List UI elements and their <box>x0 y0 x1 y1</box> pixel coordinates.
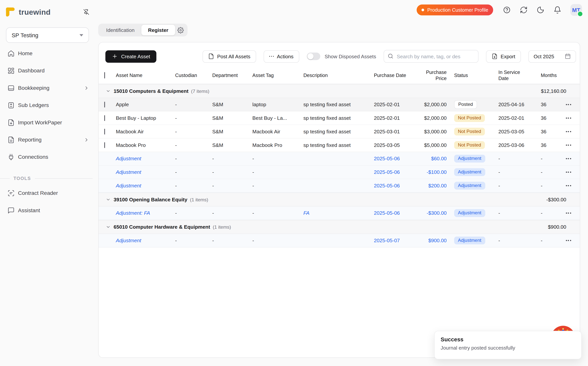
caret-down-icon <box>80 34 83 36</box>
select-all-checkbox[interactable] <box>104 72 105 78</box>
row-menu-button[interactable] <box>564 210 572 216</box>
purchase-price-cell: $2,000.00 <box>406 102 447 107</box>
status-cell: Adjustment <box>447 168 489 176</box>
row-checkbox[interactable] <box>104 115 105 121</box>
sidebar-item-label: Connections <box>18 154 48 160</box>
dashboard-icon <box>7 67 15 74</box>
column-header-asset-tag[interactable]: Asset Tag <box>249 72 300 78</box>
group-row[interactable]: 39100 Opening Balance Equity(1 items)-$3… <box>99 192 580 206</box>
row-menu-button[interactable] <box>564 183 572 188</box>
column-header-custodian[interactable]: Custodian <box>173 72 209 78</box>
actions-button[interactable]: Actions <box>264 50 299 62</box>
asset-row[interactable]: Best Buy - Laptop-S&MBest Buy - La...sp … <box>99 112 580 125</box>
post-all-assets-label: Post All Assets <box>217 53 250 59</box>
row-menu-button[interactable] <box>564 102 572 107</box>
post-all-assets-button[interactable]: Post All Assets <box>202 50 256 62</box>
asset-row[interactable]: Macbook Pro-S&MMacbook Prosp testing fix… <box>99 138 580 152</box>
asset-row[interactable]: Apple-S&Mlaptopsp testing fixed asset202… <box>99 98 580 112</box>
tab-identification[interactable]: Identification <box>99 25 141 35</box>
row-menu-button[interactable] <box>564 115 572 121</box>
adjustment-row[interactable]: Adjustment---2025-05-06-$100.00Adjustmen… <box>99 166 580 179</box>
asset-tag-cell: - <box>249 156 300 161</box>
sidebar-item-assistant[interactable]: Assistant <box>0 202 95 219</box>
purchase-date-cell: 2025-05-06 <box>369 169 406 175</box>
adjustment-row[interactable]: Adjustment---2025-05-07$900.00Adjustment… <box>99 234 580 248</box>
row-menu-button[interactable] <box>564 129 572 134</box>
adjustment-row[interactable]: Adjustment: FA---FA2025-05-06-$300.00Adj… <box>99 206 580 220</box>
in-service-date-cell: - <box>489 210 531 216</box>
column-header-purchase-date[interactable]: Purchase Date <box>369 72 406 78</box>
row-checkbox[interactable] <box>104 142 105 148</box>
sidebar-item-label: Sub Ledgers <box>18 102 49 108</box>
group-name: 15010 Computers & Equipment <box>114 88 189 94</box>
column-header-description[interactable]: Description <box>300 72 369 78</box>
asset-search <box>384 50 478 63</box>
production-profile-badge[interactable]: Production Customer Profile <box>417 5 493 15</box>
sidebar-item-connections[interactable]: Connections <box>0 148 95 165</box>
sidebar-item-reporting[interactable]: Reporting <box>0 131 95 148</box>
row-checkbox[interactable] <box>104 129 105 134</box>
department-cell: S&M <box>209 115 249 121</box>
in-service-date-cell: 2025-03-06 <box>489 142 531 148</box>
dark-mode-button[interactable] <box>537 6 544 14</box>
actions-label: Actions <box>277 53 294 59</box>
sidebar-item-sub-ledgers[interactable]: Sub Ledgers <box>0 97 95 114</box>
adjustment-row[interactable]: Adjustment---2025-05-06$200.00Adjustment… <box>99 179 580 193</box>
row-menu-button[interactable] <box>564 142 572 148</box>
column-header-department[interactable]: Department <box>209 72 249 78</box>
user-avatar[interactable]: MT <box>570 4 582 16</box>
group-row[interactable]: 65010 Computer Hardware & Equipment(1 it… <box>99 220 580 234</box>
workspace-selector[interactable]: SP Testing <box>6 27 89 43</box>
asset-name-cell: Adjustment <box>114 238 173 243</box>
sidebar-item-dashboard[interactable]: Dashboard <box>0 62 95 79</box>
purchase-date-cell: 2025-02-01 <box>369 102 406 107</box>
description-cell: FA <box>300 210 369 216</box>
notifications-button[interactable] <box>553 6 561 14</box>
asset-tag-cell: - <box>249 210 300 216</box>
create-asset-button[interactable]: Create Asset <box>105 50 156 62</box>
status-badge: Adjustment <box>454 209 485 217</box>
sidebar-item-import-workpaper[interactable]: Import WorkPaper <box>0 114 95 131</box>
help-circle-icon <box>503 6 511 14</box>
purchase-date-cell: 2025-02-01 <box>369 115 406 121</box>
column-header-months[interactable]: Months <box>531 72 557 78</box>
status-badge: Adjustment <box>454 237 485 244</box>
status-dot-icon <box>422 9 424 11</box>
period-selector-button[interactable]: Oct 2025 <box>529 50 576 62</box>
help-button[interactable] <box>503 6 511 14</box>
tab-settings-button[interactable] <box>175 25 186 35</box>
sidebar-item-label: Bookkeeping <box>18 85 49 91</box>
show-disposed-toggle[interactable] <box>307 53 320 60</box>
column-header-status[interactable]: Status <box>447 72 489 78</box>
export-button[interactable]: Export <box>486 50 521 62</box>
row-menu-button[interactable] <box>564 238 572 243</box>
asset-row[interactable]: Macbook Air-S&MMacbook Airsp testing fix… <box>99 125 580 139</box>
row-checkbox[interactable] <box>104 102 105 107</box>
sidebar-pin-toggle-button[interactable] <box>82 8 90 16</box>
tab-register[interactable]: Register <box>141 25 175 35</box>
status-badge: Adjustment <box>454 182 485 190</box>
bell-icon <box>553 6 561 14</box>
column-header-purchase-price[interactable]: Purchase Price <box>406 69 447 82</box>
workspace-name: SP Testing <box>12 32 38 38</box>
group-name: 39100 Opening Balance Equity <box>114 197 187 202</box>
sidebar-item-contract-reader[interactable]: Contract Reader <box>0 184 95 202</box>
success-toast[interactable]: Success Journal entry posted successfull… <box>434 331 581 359</box>
topbar: Production Customer Profile MT <box>417 4 582 16</box>
sidebar-item-bookkeeping[interactable]: Bookkeeping <box>0 79 95 97</box>
column-header-asset-name[interactable]: Asset Name <box>114 72 173 78</box>
row-menu-button[interactable] <box>564 169 572 175</box>
sync-button[interactable] <box>520 6 528 14</box>
department-cell: S&M <box>209 142 249 148</box>
custodian-cell: - <box>173 156 209 161</box>
group-row[interactable]: 15010 Computers & Equipment(7 items)$12,… <box>99 84 580 98</box>
group-items-count: (1 items) <box>213 224 231 230</box>
search-input[interactable] <box>384 50 478 63</box>
toggle-knob <box>307 53 313 59</box>
adjustment-row[interactable]: Adjustment---2025-05-06$60.00Adjustment-… <box>99 152 580 166</box>
asset-name-cell: Macbook Pro <box>114 142 173 148</box>
column-header-in-service-date[interactable]: In Service Date <box>489 69 531 82</box>
row-menu-button[interactable] <box>564 156 572 161</box>
sidebar-item-home[interactable]: Home <box>0 45 95 62</box>
toast-message: Journal entry posted successfully <box>441 345 575 351</box>
